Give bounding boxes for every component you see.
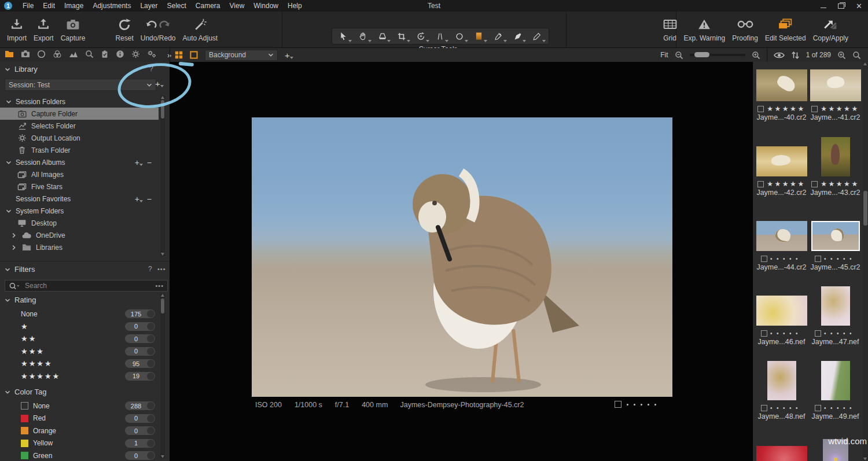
search-options-button[interactable]: ••• [155,282,164,289]
scrollbar-thumb[interactable] [161,298,164,314]
thumbnail-flower-pink-macro[interactable] [821,286,850,326]
tool-dropdown-icon[interactable] [542,40,546,42]
star-rating[interactable]: ★★★★★ [767,105,805,113]
thumbnail-cell[interactable]: ★★★★★Jayme...-43.cr2 [808,122,862,197]
fit-label[interactable]: Fit [660,51,668,59]
thumbnail-flower-yellow-macro[interactable] [756,296,807,326]
grid-button[interactable]: Grid [663,16,677,42]
star-rating[interactable]: ••••• [770,330,802,337]
menu-edit[interactable]: Edit [38,0,60,12]
folder-tool-icon[interactable] [5,50,14,60]
library-scrollbar[interactable] [160,95,165,256]
single-view-icon[interactable] [190,51,198,59]
menu-adjustments[interactable]: Adjustments [88,0,135,12]
viewer-rating[interactable] [615,401,656,408]
tool-dropdown-icon[interactable] [426,40,429,42]
rating-filter-1[interactable]: ★0 [0,320,170,333]
count-pill[interactable]: 0 [125,414,155,423]
thumbnail-sandpiper-running[interactable] [756,146,807,176]
scrollbar-thumb[interactable] [863,191,867,226]
star-rating[interactable]: ★★★★★ [821,105,859,113]
search-input[interactable] [24,281,152,290]
grid-view-icon[interactable] [175,51,183,59]
rotate-tool[interactable] [413,29,429,43]
tool-dropdown-icon[interactable] [503,40,507,42]
export-button[interactable]: Export [34,16,54,42]
pan-hand-tool[interactable] [355,29,372,43]
straighten-tool[interactable] [432,29,448,43]
process-recipe-tool-icon[interactable] [101,50,109,61]
sort-icon[interactable] [791,51,800,60]
add-button[interactable]: + [135,158,139,167]
rating-filter-2[interactable]: ★★0 [0,333,170,345]
restore-button[interactable] [838,3,844,9]
thumbnail-plover-standing[interactable] [756,221,807,251]
rating-filter-3[interactable]: ★★★0 [0,345,170,358]
toggle-knob[interactable] [147,452,155,459]
loupe-icon[interactable] [837,51,846,60]
thumbnail-cell[interactable]: •••••Jayme...-45.cr2 [808,197,862,271]
thumbnail-reddish-egret[interactable] [821,137,850,176]
menu-layer[interactable]: Layer [135,0,162,12]
count-pill[interactable]: 0 [125,334,155,343]
thumbnail-flower-red-macro[interactable] [756,446,807,461]
scroll-up-icon[interactable] [161,96,164,99]
toggle-knob[interactable] [147,348,155,355]
thumbnail-cell[interactable]: ★★★★★Jayme...-41.cr2 [808,64,862,122]
section-header-session-folders[interactable]: Session Folders [0,95,160,108]
zoom-slider-thumb[interactable] [694,52,709,57]
spot-circle-tool[interactable] [451,29,468,43]
colortag-filter-yellow[interactable]: Yellow1 [0,437,170,450]
toggle-knob[interactable] [147,402,155,410]
select-checkbox[interactable] [761,256,767,262]
thumbnail-cell[interactable]: •••••Jayme...46.nef [755,271,808,346]
section-header-system-folders[interactable]: System Folders [0,205,160,217]
scroll-down-icon[interactable] [863,458,867,460]
colortag-filter-green[interactable]: Green0 [0,449,170,461]
count-pill[interactable]: 0 [125,451,155,460]
toggle-knob[interactable] [147,360,155,367]
select-checkbox[interactable] [815,256,821,262]
main-image[interactable] [252,117,672,397]
scroll-down-icon[interactable] [161,455,164,458]
erase-mask-tool[interactable] [529,29,546,43]
color-wheels-tool-icon[interactable] [53,50,62,61]
zoom-in-icon[interactable] [752,51,760,60]
capture-button[interactable]: Capture [61,16,86,42]
scroll-up-icon[interactable] [863,62,867,65]
thumbnail-cell[interactable]: ★★★★★Jayme...-40.cr2 [755,64,808,122]
library-item-five-stars[interactable]: Five Stars [0,180,160,193]
magnifier-tool-icon[interactable] [85,50,94,61]
cogs-tool-icon[interactable] [147,50,157,61]
tool-dropdown-icon[interactable] [407,40,410,42]
select-checkbox[interactable] [615,401,621,408]
search-icon[interactable] [852,51,861,60]
thumbnail-cell[interactable] [755,421,808,461]
count-pill[interactable]: 19 [125,372,155,381]
colortag-filter-red[interactable]: Red0 [0,412,170,425]
select-checkbox[interactable] [815,330,821,337]
minimize-button[interactable] [821,4,826,8]
count-pill[interactable]: 288 [125,401,155,410]
proofing-button[interactable]: Proofing [732,16,758,42]
rating-filter-5[interactable]: ★★★★★19 [0,370,170,383]
thumbnail-sandpiper-reflection[interactable] [810,69,861,101]
tool-dropdown-icon[interactable] [348,40,352,42]
rating-section-header[interactable]: Rating [5,296,36,304]
close-button[interactable]: ✕ [856,2,862,10]
lens-circle-tool-icon[interactable] [37,50,46,61]
add-button[interactable]: + [135,194,139,204]
thumbnail-flower-pink-macro-2[interactable] [767,361,796,400]
toggle-knob[interactable] [147,310,155,318]
levels-mountain-tool-icon[interactable] [69,50,78,60]
select-checkbox[interactable] [815,405,821,411]
toggle-knob[interactable] [147,373,155,380]
scroll-down-icon[interactable] [161,253,164,256]
menu-file[interactable]: File [18,0,38,12]
library-item-selects-folder[interactable]: Selects Folder [0,120,160,132]
star-rating[interactable]: ••••• [770,405,802,411]
filters-help-button[interactable]: ? [148,265,152,273]
colortag-filter-none[interactable]: None288 [0,400,170,412]
info-tool-icon[interactable] [116,50,124,61]
zoom-out-icon[interactable] [675,51,683,60]
